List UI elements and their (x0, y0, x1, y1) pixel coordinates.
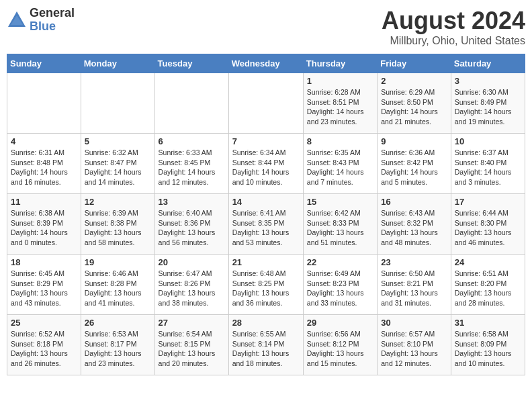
week-row-5: 25Sunrise: 6:52 AM Sunset: 8:18 PM Dayli… (7, 315, 525, 375)
day-number: 11 (11, 197, 77, 207)
calendar-cell: 27Sunrise: 6:54 AM Sunset: 8:15 PM Dayli… (154, 315, 228, 375)
day-info: Sunrise: 6:28 AM Sunset: 8:51 PM Dayligh… (307, 87, 373, 127)
day-info: Sunrise: 6:44 AM Sunset: 8:30 PM Dayligh… (455, 208, 521, 248)
day-info: Sunrise: 6:33 AM Sunset: 8:45 PM Dayligh… (159, 148, 225, 187)
calendar-cell: 25Sunrise: 6:52 AM Sunset: 8:18 PM Dayli… (7, 315, 81, 375)
day-number: 20 (159, 257, 225, 267)
day-info: Sunrise: 6:55 AM Sunset: 8:14 PM Dayligh… (232, 329, 300, 369)
day-info: Sunrise: 6:32 AM Sunset: 8:47 PM Dayligh… (85, 148, 151, 187)
day-info: Sunrise: 6:34 AM Sunset: 8:44 PM Dayligh… (232, 148, 300, 187)
calendar-cell: 7Sunrise: 6:34 AM Sunset: 8:44 PM Daylig… (228, 134, 303, 194)
day-number: 28 (232, 318, 300, 328)
calendar-cell: 31Sunrise: 6:58 AM Sunset: 8:09 PM Dayli… (451, 315, 525, 375)
calendar-cell: 3Sunrise: 6:30 AM Sunset: 8:49 PM Daylig… (451, 73, 525, 134)
calendar-cell: 6Sunrise: 6:33 AM Sunset: 8:45 PM Daylig… (154, 134, 228, 194)
calendar-cell: 16Sunrise: 6:43 AM Sunset: 8:32 PM Dayli… (378, 194, 451, 255)
calendar-cell: 22Sunrise: 6:49 AM Sunset: 8:23 PM Dayli… (303, 255, 377, 315)
day-info: Sunrise: 6:52 AM Sunset: 8:18 PM Dayligh… (11, 329, 77, 369)
day-number: 26 (85, 318, 151, 328)
day-number: 13 (159, 197, 225, 207)
calendar-cell: 18Sunrise: 6:45 AM Sunset: 8:29 PM Dayli… (7, 255, 81, 315)
calendar-cell: 5Sunrise: 6:32 AM Sunset: 8:47 PM Daylig… (81, 134, 154, 194)
day-info: Sunrise: 6:57 AM Sunset: 8:10 PM Dayligh… (381, 329, 447, 369)
day-number: 1 (307, 76, 373, 86)
calendar-cell: 28Sunrise: 6:55 AM Sunset: 8:14 PM Dayli… (228, 315, 303, 375)
day-number: 12 (85, 197, 151, 207)
day-info: Sunrise: 6:47 AM Sunset: 8:26 PM Dayligh… (159, 269, 225, 308)
header-day-wednesday: Wednesday (228, 54, 303, 73)
calendar-table: SundayMondayTuesdayWednesdayThursdayFrid… (7, 54, 525, 375)
calendar-cell: 29Sunrise: 6:56 AM Sunset: 8:12 PM Dayli… (303, 315, 377, 375)
day-info: Sunrise: 6:53 AM Sunset: 8:17 PM Dayligh… (85, 329, 151, 369)
day-info: Sunrise: 6:42 AM Sunset: 8:33 PM Dayligh… (307, 208, 373, 248)
week-row-4: 18Sunrise: 6:45 AM Sunset: 8:29 PM Dayli… (7, 255, 525, 315)
day-number: 7 (232, 136, 300, 146)
day-info: Sunrise: 6:38 AM Sunset: 8:39 PM Dayligh… (11, 208, 77, 248)
day-number: 31 (455, 318, 521, 328)
day-info: Sunrise: 6:56 AM Sunset: 8:12 PM Dayligh… (307, 329, 373, 369)
day-info: Sunrise: 6:43 AM Sunset: 8:32 PM Dayligh… (381, 208, 447, 248)
calendar-cell: 17Sunrise: 6:44 AM Sunset: 8:30 PM Dayli… (451, 194, 525, 255)
day-info: Sunrise: 6:39 AM Sunset: 8:38 PM Dayligh… (85, 208, 151, 248)
logo-icon (7, 10, 27, 30)
day-info: Sunrise: 6:41 AM Sunset: 8:35 PM Dayligh… (232, 208, 300, 248)
day-number: 19 (85, 257, 151, 267)
header-day-sunday: Sunday (7, 54, 81, 73)
location-text: Millbury, Ohio, United States (382, 35, 525, 47)
day-number: 4 (11, 136, 77, 146)
logo-blue-text: Blue (30, 20, 75, 34)
calendar-cell: 20Sunrise: 6:47 AM Sunset: 8:26 PM Dayli… (154, 255, 228, 315)
calendar-cell: 12Sunrise: 6:39 AM Sunset: 8:38 PM Dayli… (81, 194, 154, 255)
calendar-cell: 10Sunrise: 6:37 AM Sunset: 8:40 PM Dayli… (451, 134, 525, 194)
day-number: 3 (455, 76, 521, 86)
day-info: Sunrise: 6:48 AM Sunset: 8:25 PM Dayligh… (232, 269, 300, 308)
day-number: 21 (232, 257, 300, 267)
calendar-cell: 4Sunrise: 6:31 AM Sunset: 8:48 PM Daylig… (7, 134, 81, 194)
day-info: Sunrise: 6:37 AM Sunset: 8:40 PM Dayligh… (455, 148, 521, 187)
day-number: 18 (11, 257, 77, 267)
day-number: 25 (11, 318, 77, 328)
day-number: 8 (307, 136, 373, 146)
header-day-tuesday: Tuesday (154, 54, 228, 73)
day-info: Sunrise: 6:35 AM Sunset: 8:43 PM Dayligh… (307, 148, 373, 187)
calendar-cell (228, 73, 303, 134)
day-number: 27 (159, 318, 225, 328)
calendar-cell: 8Sunrise: 6:35 AM Sunset: 8:43 PM Daylig… (303, 134, 377, 194)
day-number: 6 (159, 136, 225, 146)
day-info: Sunrise: 6:45 AM Sunset: 8:29 PM Dayligh… (11, 269, 77, 308)
week-row-1: 1Sunrise: 6:28 AM Sunset: 8:51 PM Daylig… (7, 73, 525, 134)
header-day-saturday: Saturday (451, 54, 525, 73)
day-number: 17 (455, 197, 521, 207)
day-info: Sunrise: 6:46 AM Sunset: 8:28 PM Dayligh… (85, 269, 151, 308)
calendar-cell: 13Sunrise: 6:40 AM Sunset: 8:36 PM Dayli… (154, 194, 228, 255)
header-row: SundayMondayTuesdayWednesdayThursdayFrid… (7, 54, 525, 73)
calendar-cell: 15Sunrise: 6:42 AM Sunset: 8:33 PM Dayli… (303, 194, 377, 255)
calendar-header: SundayMondayTuesdayWednesdayThursdayFrid… (7, 54, 525, 73)
header-day-thursday: Thursday (303, 54, 377, 73)
day-info: Sunrise: 6:31 AM Sunset: 8:48 PM Dayligh… (11, 148, 77, 187)
day-number: 30 (381, 318, 447, 328)
title-block: August 2024 Millbury, Ohio, United State… (382, 7, 525, 47)
day-info: Sunrise: 6:29 AM Sunset: 8:50 PM Dayligh… (381, 87, 447, 127)
calendar-cell: 30Sunrise: 6:57 AM Sunset: 8:10 PM Dayli… (378, 315, 451, 375)
day-info: Sunrise: 6:30 AM Sunset: 8:49 PM Dayligh… (455, 87, 521, 127)
day-number: 22 (307, 257, 373, 267)
day-info: Sunrise: 6:51 AM Sunset: 8:20 PM Dayligh… (455, 269, 521, 308)
day-number: 10 (455, 136, 521, 146)
calendar-cell (7, 73, 81, 134)
day-number: 16 (381, 197, 447, 207)
calendar-cell (154, 73, 228, 134)
day-number: 2 (381, 76, 447, 86)
calendar-cell: 11Sunrise: 6:38 AM Sunset: 8:39 PM Dayli… (7, 194, 81, 255)
logo-general-text: General (30, 7, 75, 20)
calendar-cell: 2Sunrise: 6:29 AM Sunset: 8:50 PM Daylig… (378, 73, 451, 134)
day-info: Sunrise: 6:58 AM Sunset: 8:09 PM Dayligh… (455, 329, 521, 369)
page-header: General Blue August 2024 Millbury, Ohio,… (7, 7, 525, 47)
day-number: 14 (232, 197, 300, 207)
day-number: 15 (307, 197, 373, 207)
day-info: Sunrise: 6:50 AM Sunset: 8:21 PM Dayligh… (381, 269, 447, 308)
logo: General Blue (7, 7, 75, 34)
day-info: Sunrise: 6:40 AM Sunset: 8:36 PM Dayligh… (159, 208, 225, 248)
calendar-cell: 14Sunrise: 6:41 AM Sunset: 8:35 PM Dayli… (228, 194, 303, 255)
calendar-cell: 24Sunrise: 6:51 AM Sunset: 8:20 PM Dayli… (451, 255, 525, 315)
